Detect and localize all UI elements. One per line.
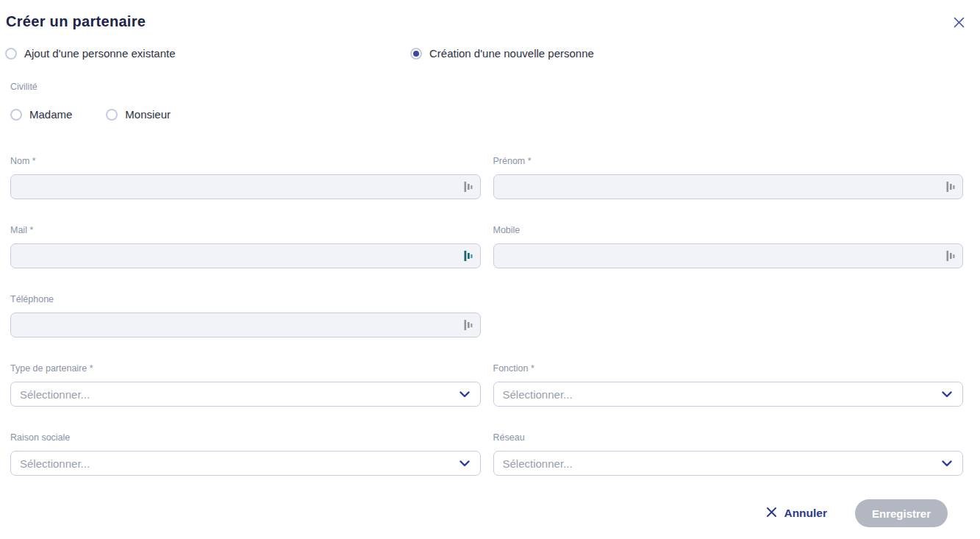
civility-label: Civilité [10,82,963,92]
field-label: Mobile [493,225,964,235]
prenom-input-box [493,174,964,199]
field-telephone: Téléphone [10,294,481,338]
cancel-button[interactable]: Annuler [766,507,827,521]
equalizer-bars-icon [946,250,955,262]
field-label: Prénom * [493,156,964,166]
close-button[interactable] [951,15,967,32]
radio-add-existing-person[interactable]: Ajout d'une personne existante [5,47,176,60]
select-placeholder: Sélectionner... [503,388,573,401]
field-type-partenaire: Type de partenaire * Sélectionner... [10,363,481,407]
mail-input[interactable] [11,244,480,268]
equalizer-bars-icon [464,319,473,331]
field-raison-sociale: Raison sociale Sélectionner... [10,432,481,476]
radio-label: Madame [29,108,72,121]
chevron-down-icon [459,388,470,401]
radio-icon [106,109,118,121]
radio-label: Monsieur [125,108,171,121]
equalizer-bars-icon-teal [464,250,473,262]
mode-radio-group: Ajout d'une personne existante Création … [0,47,980,60]
create-partner-dialog: Créer un partenaire Ajout d'une personne… [0,0,980,539]
field-prenom: Prénom * [493,156,964,199]
mobile-input[interactable] [494,244,963,268]
field-label: Réseau [493,432,964,443]
telephone-input-box [10,313,481,338]
chevron-down-icon [942,388,952,401]
fonction-select[interactable]: Sélectionner... [493,382,964,407]
radio-icon [5,48,17,60]
field-mail: Mail * [10,225,481,268]
nom-input-box [10,174,481,199]
telephone-input[interactable] [11,313,480,337]
radio-madame[interactable]: Madame [10,108,72,121]
field-label: Type de partenaire * [10,363,481,374]
radio-label: Création d'une nouvelle personne [429,47,594,60]
field-label: Téléphone [10,294,481,304]
field-mobile: Mobile [493,225,964,268]
equalizer-bars-icon [464,181,473,193]
field-label: Fonction * [493,363,964,374]
radio-icon-selected [410,48,422,60]
dialog-footer: Annuler Enregistrer [10,499,963,527]
partner-form: Nom * Prénom * [10,156,963,476]
select-placeholder: Sélectionner... [20,388,90,401]
cancel-x-icon [766,507,777,521]
field-fonction: Fonction * Sélectionner... [493,363,964,407]
prenom-input[interactable] [494,175,963,199]
mail-input-box [10,243,481,268]
equalizer-bars-icon [946,181,955,193]
radio-create-new-person[interactable]: Création d'une nouvelle personne [410,47,594,60]
radio-icon [10,109,22,121]
cancel-label: Annuler [784,507,827,520]
radio-monsieur[interactable]: Monsieur [106,108,171,121]
reseau-select[interactable]: Sélectionner... [493,451,964,476]
mobile-input-box [493,243,964,268]
field-label: Nom * [10,156,481,166]
raison-sociale-select[interactable]: Sélectionner... [10,451,481,476]
dialog-title: Créer un partenaire [6,13,146,30]
field-reseau: Réseau Sélectionner... [493,432,964,476]
field-nom: Nom * [10,156,481,199]
close-icon [953,20,965,31]
nom-input[interactable] [11,175,480,199]
dialog-header: Créer un partenaire [0,0,980,31]
field-label: Mail * [10,225,481,235]
type-partenaire-select[interactable]: Sélectionner... [10,382,481,407]
radio-label: Ajout d'une personne existante [24,47,176,60]
select-placeholder: Sélectionner... [20,457,90,470]
chevron-down-icon [942,457,952,470]
field-label: Raison sociale [10,432,481,443]
select-placeholder: Sélectionner... [503,457,573,470]
chevron-down-icon [459,457,470,470]
empty-cell [493,294,964,338]
civility-radio-group: Madame Monsieur [10,108,963,121]
save-button[interactable]: Enregistrer [855,499,948,527]
